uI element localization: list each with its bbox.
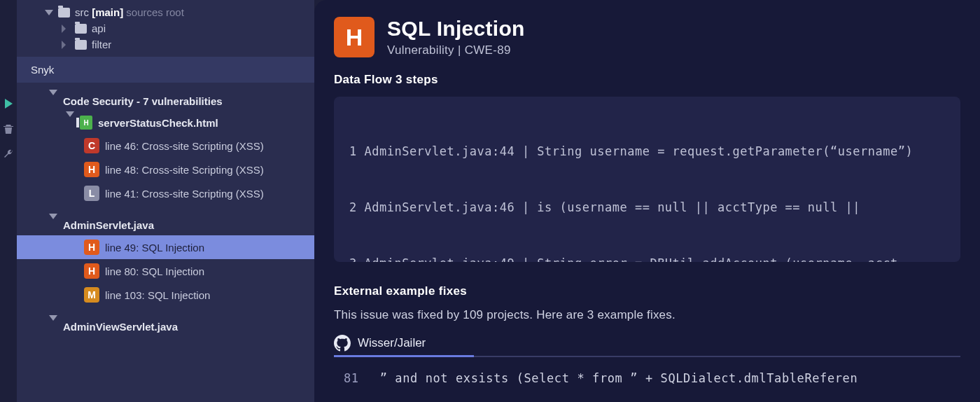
severity-medium-icon: M <box>84 287 99 303</box>
severity-high-icon: H <box>334 17 374 57</box>
section-title: Code Security - 7 vulnerabilities <box>63 95 223 107</box>
folder-icon <box>58 8 70 18</box>
issue-label: line 103: SQL Injection <box>105 289 210 301</box>
issue-row[interactable]: H line 48: Cross-site Scripting (XSS) <box>17 158 314 181</box>
chevron-down-icon <box>49 321 57 333</box>
chevron-right-icon <box>62 41 70 49</box>
issue-label: line 41: Cross-site Scripting (XSS) <box>105 188 264 200</box>
fix-repo-name: Wisser/Jailer <box>358 336 426 350</box>
severity-critical-icon: C <box>84 138 99 153</box>
severity-low-icon: L <box>84 186 99 201</box>
tree-child-label: filter <box>92 39 111 50</box>
project-tree: src [main] sources root api filter <box>17 0 314 57</box>
issue-row[interactable]: C line 46: Cross-site Scripting (XSS) <box>17 134 314 158</box>
file-row[interactable]: AdminViewServlet.java <box>17 317 314 337</box>
tree-child-label: api <box>92 22 106 34</box>
issue-row[interactable]: L line 41: Cross-site Scripting (XSS) <box>17 181 314 205</box>
external-fixes-title: External example fixes <box>334 284 960 298</box>
play-run-icon[interactable] <box>3 98 14 109</box>
line-number: 81 <box>344 371 359 385</box>
detail-title: SQL Injection <box>387 17 525 41</box>
chevron-down-icon <box>49 219 57 231</box>
tree-root-row[interactable]: src [main] sources root <box>45 4 300 20</box>
flow-step[interactable]: 3 AdminServlet.java:49 | String error = … <box>349 249 945 262</box>
github-icon <box>334 335 351 352</box>
detail-title-block: SQL Injection Vulnerability | CWE-89 <box>387 17 525 57</box>
wrench-icon[interactable] <box>3 148 14 160</box>
snyk-panel-header[interactable]: Snyk <box>17 57 314 83</box>
tree-root-label: src [main] sources root <box>75 6 184 18</box>
folder-icon <box>75 24 87 34</box>
file-name: AdminViewServlet.java <box>63 321 178 333</box>
tree-child-api[interactable]: api <box>45 20 300 36</box>
chevron-down-icon <box>49 95 57 107</box>
issue-row[interactable]: M line 103: SQL Injection <box>17 283 314 307</box>
snyk-label: Snyk <box>31 64 54 76</box>
data-flow-box: 1 AdminServlet.java:44 | String username… <box>334 97 960 262</box>
file-row[interactable]: AdminServlet.java <box>17 215 314 235</box>
issue-label: line 49: SQL Injection <box>105 242 204 254</box>
chevron-right-icon <box>62 25 70 33</box>
file-row[interactable]: H serverStatusCheck.html <box>17 111 314 134</box>
issue-detail-panel: H SQL Injection Vulnerability | CWE-89 D… <box>314 0 980 402</box>
fix-tab[interactable]: Wisser/Jailer <box>334 335 960 357</box>
severity-high-icon: H <box>84 240 99 255</box>
section-code-security[interactable]: Code Security - 7 vulnerabilities <box>17 91 314 111</box>
flow-step[interactable]: 1 AdminServlet.java:44 | String username… <box>349 137 945 165</box>
chevron-down-icon <box>45 10 53 15</box>
file-name: AdminServlet.java <box>63 219 154 231</box>
tab-underline-active <box>334 355 474 357</box>
file-html-icon: H <box>80 116 92 130</box>
issue-row[interactable]: H line 49: SQL Injection <box>17 235 314 259</box>
sidebar: src [main] sources root api filter Snyk … <box>17 0 314 402</box>
fix-code-preview: 81 ” and not exsists (Select * from ” + … <box>334 371 960 385</box>
file-name: serverStatusCheck.html <box>98 117 218 129</box>
issue-label: line 46: Cross-site Scripting (XSS) <box>105 140 264 152</box>
external-fixes-desc: This issue was fixed by 109 projects. He… <box>334 308 960 322</box>
detail-header: H SQL Injection Vulnerability | CWE-89 <box>334 17 960 57</box>
data-flow-title: Data Flow 3 steps <box>334 73 960 87</box>
tree-child-filter[interactable]: filter <box>45 36 300 53</box>
detail-subtitle: Vulnerability | CWE-89 <box>387 43 525 57</box>
folder-icon <box>75 40 87 50</box>
left-gutter <box>0 0 17 402</box>
issue-row[interactable]: H line 80: SQL Injection <box>17 259 314 283</box>
flow-step[interactable]: 2 AdminServlet.java:46 | is (username ==… <box>349 193 945 221</box>
severity-high-icon: H <box>84 162 99 177</box>
code-line: ” and not exsists (Select * from ” + SQL… <box>380 371 858 385</box>
issues-panel: Code Security - 7 vulnerabilities H serv… <box>17 83 314 402</box>
issue-label: line 48: Cross-site Scripting (XSS) <box>105 164 264 176</box>
issue-label: line 80: SQL Injection <box>105 265 204 277</box>
chevron-down-icon <box>66 117 74 129</box>
trash-icon[interactable] <box>3 123 14 134</box>
severity-high-icon: H <box>84 263 99 279</box>
